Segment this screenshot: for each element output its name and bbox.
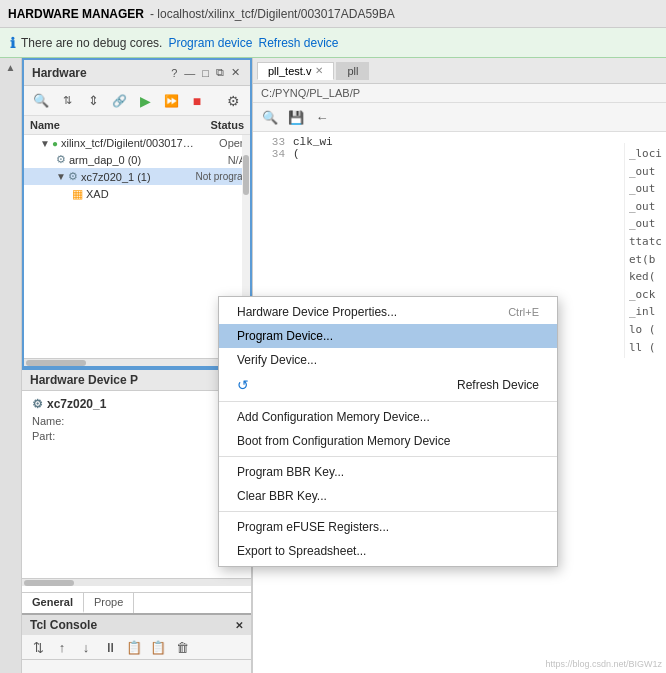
- ctx-export-spreadsheet[interactable]: Export to Spreadsheet...: [219, 539, 557, 563]
- settings-btn[interactable]: ⚙: [222, 90, 244, 112]
- collapse-all-btn[interactable]: ⇅: [56, 90, 78, 112]
- stop-btn[interactable]: ■: [186, 90, 208, 112]
- ctx-add-config-mem-label: Add Configuration Memory Device...: [237, 410, 430, 424]
- tree-area: ▼ ● xilinx_tcf/Digilent/003017ADA5... Op…: [24, 135, 250, 366]
- right-breadcrumb: C:/PYNQ/PL_LAB/P: [253, 84, 666, 103]
- panel-close-btn[interactable]: ✕: [229, 66, 242, 79]
- panel-controls: ? — □ ⧉ ✕: [169, 66, 242, 79]
- tree-row[interactable]: ⚙ arm_dap_0 (0) N/A: [24, 151, 250, 168]
- h-scrollbar[interactable]: [24, 358, 242, 366]
- program-device-link[interactable]: Program device: [168, 36, 252, 50]
- panel-maximize-btn[interactable]: ⧉: [214, 66, 226, 79]
- tcl-btn-5[interactable]: 📋: [124, 637, 144, 657]
- search-tool-btn[interactable]: 🔍: [259, 106, 281, 128]
- tab-pll-test-close[interactable]: ✕: [315, 65, 323, 76]
- ctx-boot-config-mem[interactable]: Boot from Configuration Memory Device: [219, 429, 557, 453]
- sort-btn[interactable]: ⇕: [82, 90, 104, 112]
- tcl-title: Tcl Console: [30, 618, 97, 632]
- tcl-btn-4[interactable]: ⏸: [100, 637, 120, 657]
- chevron-icon: ▼: [56, 171, 66, 182]
- panel-restore-btn[interactable]: □: [200, 67, 211, 79]
- h-scroll-thumb[interactable]: [26, 360, 86, 366]
- tree-row-label: arm_dap_0 (0): [69, 154, 141, 166]
- ctx-verify-device[interactable]: Verify Device...: [219, 348, 557, 372]
- hw-device-title: Hardware Device P: [30, 373, 138, 387]
- main-layout: ▲ Hardware ? — □ ⧉ ✕ 🔍 ⇅ ⇕ 🔗: [0, 58, 666, 673]
- code-line-33: 33 clk_wi: [261, 136, 658, 148]
- app-title: HARDWARE MANAGER: [8, 7, 144, 21]
- ctx-hw-device-props[interactable]: Hardware Device Properties... Ctrl+E: [219, 300, 557, 324]
- hw-device-scrollbar[interactable]: [22, 578, 251, 586]
- forward-btn[interactable]: ⏩: [160, 90, 182, 112]
- ctx-clear-bbr[interactable]: Clear BBR Key...: [219, 484, 557, 508]
- app-path: - localhost/xilinx_tcf/Digilent/003017AD…: [150, 7, 395, 21]
- refresh-device-link[interactable]: Refresh device: [258, 36, 338, 50]
- context-menu: Hardware Device Properties... Ctrl+E Pro…: [218, 296, 558, 567]
- link-btn[interactable]: 🔗: [108, 90, 130, 112]
- ctx-verify-device-label: Verify Device...: [237, 353, 317, 367]
- save-tool-btn[interactable]: 💾: [285, 106, 307, 128]
- tcl-btn-3[interactable]: ↓: [76, 637, 96, 657]
- gear-icon: ⚙: [68, 170, 78, 183]
- hw-device-panel: Hardware Device P ⚙ xc7z020_1 Name: Part…: [22, 368, 251, 613]
- v-scroll-thumb[interactable]: [243, 155, 249, 195]
- top-bar: HARDWARE MANAGER - localhost/xilinx_tcf/…: [0, 0, 666, 28]
- ctx-add-config-mem[interactable]: Add Configuration Memory Device...: [219, 405, 557, 429]
- code-content-34: (: [293, 148, 300, 160]
- ctx-program-efuse[interactable]: Program eFUSE Registers...: [219, 515, 557, 539]
- hardware-toolbar: 🔍 ⇅ ⇕ 🔗 ▶ ⏩ ■ ⚙: [24, 86, 250, 116]
- tcl-toolbar: ⇅ ↑ ↓ ⏸ 📋 📋 🗑: [22, 635, 251, 660]
- gear-icon: ⚙: [56, 153, 66, 166]
- ctx-refresh-device-label: Refresh Device: [457, 378, 539, 392]
- search-btn[interactable]: 🔍: [30, 90, 52, 112]
- tree-col-status: Status: [210, 119, 244, 131]
- left-strip: ▲: [0, 58, 22, 673]
- tree-header: Name Status: [24, 116, 250, 135]
- watermark: https://blog.csdn.net/BIGW1z: [545, 659, 662, 669]
- right-tabs: pll_test.v ✕ pll: [253, 58, 666, 84]
- tab-pll-test[interactable]: pll_test.v ✕: [257, 62, 334, 80]
- refresh-icon: ↺: [237, 377, 249, 393]
- tcl-close-btn[interactable]: ✕: [235, 620, 243, 631]
- tree-row[interactable]: ▼ ● xilinx_tcf/Digilent/003017ADA5... Op…: [24, 135, 250, 151]
- tcl-btn-1[interactable]: ⇅: [28, 637, 48, 657]
- tab-general[interactable]: General: [22, 593, 84, 613]
- ctx-program-device[interactable]: Program Device...: [219, 324, 557, 348]
- hardware-panel-title: Hardware: [32, 66, 87, 80]
- line-num-34: 34: [261, 148, 285, 160]
- tcl-console: Tcl Console ✕ ⇅ ↑ ↓ ⏸ 📋 📋 🗑: [22, 613, 251, 673]
- tcl-btn-2[interactable]: ↑: [52, 637, 72, 657]
- ctx-program-bbr-label: Program BBR Key...: [237, 465, 344, 479]
- hw-device-scroll-thumb[interactable]: [24, 580, 74, 586]
- hw-device-name: ⚙ xc7z020_1: [32, 397, 241, 411]
- notification-bar: ℹ There are no debug cores. Program devi…: [0, 28, 666, 58]
- tree-row-label: XAD: [86, 188, 109, 200]
- code-content-33: clk_wi: [293, 136, 333, 148]
- run-btn[interactable]: ▶: [134, 90, 156, 112]
- tree-row-status: Not prograr: [195, 171, 246, 182]
- strip-up-arrow[interactable]: ▲: [6, 62, 16, 73]
- tree-row[interactable]: ▦ XAD: [24, 185, 250, 203]
- tcl-btn-7[interactable]: 🗑: [172, 637, 192, 657]
- tab-pll-label: pll: [347, 65, 358, 77]
- panel-help-btn[interactable]: ?: [169, 67, 179, 79]
- code-line-34: 34 (: [261, 148, 658, 160]
- ctx-hw-device-props-shortcut: Ctrl+E: [508, 306, 539, 318]
- hw-device-tabs: General Prope: [22, 592, 251, 613]
- ctx-refresh-device[interactable]: ↺ Refresh Device: [219, 372, 557, 398]
- tab-properties[interactable]: Prope: [84, 593, 134, 613]
- hardware-panel-header: Hardware ? — □ ⧉ ✕: [24, 60, 250, 86]
- ctx-boot-config-mem-label: Boot from Configuration Memory Device: [237, 434, 450, 448]
- back-tool-btn[interactable]: ←: [311, 106, 333, 128]
- ctx-program-bbr[interactable]: Program BBR Key...: [219, 460, 557, 484]
- ctx-export-spreadsheet-label: Export to Spreadsheet...: [237, 544, 366, 558]
- tcl-btn-6[interactable]: 📋: [148, 637, 168, 657]
- ctx-program-device-label: Program Device...: [237, 329, 333, 343]
- tree-row-selected[interactable]: ▼ ⚙ xc7z020_1 (1) Not prograr: [24, 168, 250, 185]
- tree-row-label: xilinx_tcf/Digilent/003017ADA5...: [61, 137, 201, 149]
- tree-col-name: Name: [30, 119, 210, 131]
- tab-pll[interactable]: pll: [336, 62, 369, 80]
- ctx-hw-device-props-label: Hardware Device Properties...: [237, 305, 397, 319]
- info-icon: ℹ: [10, 35, 15, 51]
- panel-minimize-btn[interactable]: —: [182, 67, 197, 79]
